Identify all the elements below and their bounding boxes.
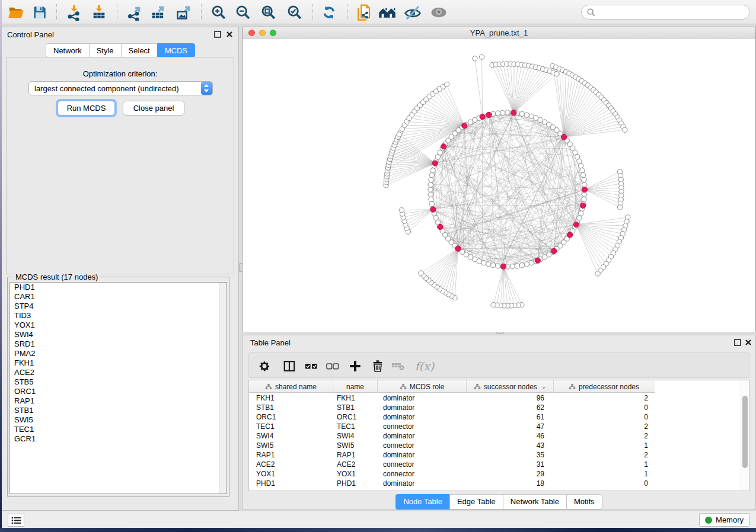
network-canvas-area[interactable] — [243, 39, 755, 332]
search-field[interactable] — [581, 5, 750, 20]
network-node[interactable] — [433, 216, 438, 220]
mcds-result-item[interactable]: STB5 — [10, 377, 227, 387]
select-all-columns-button[interactable] — [304, 358, 319, 374]
network-node[interactable] — [519, 111, 524, 116]
network-node[interactable] — [430, 168, 435, 172]
network-node[interactable] — [510, 264, 515, 269]
delete-column-button[interactable] — [370, 358, 385, 374]
table-row[interactable]: TEC1TEC1connector472 — [249, 422, 655, 431]
float-table-panel-icon[interactable] — [733, 338, 742, 347]
network-node[interactable] — [429, 201, 434, 206]
hide-graphics-button[interactable] — [403, 3, 422, 22]
close-panel-icon[interactable] — [225, 30, 234, 39]
import-network-button[interactable] — [65, 3, 84, 22]
network-node[interactable] — [519, 262, 524, 267]
mcds-hub-node[interactable] — [441, 144, 446, 149]
network-node[interactable] — [524, 113, 529, 117]
network-node[interactable] — [577, 159, 582, 164]
mcds-result-item[interactable]: PHD1 — [10, 283, 227, 292]
network-node[interactable] — [505, 110, 510, 115]
column-header-mcds-role[interactable]: MCDS role — [378, 380, 467, 393]
table-row[interactable]: STB1STB1dominator620 — [249, 403, 655, 412]
network-node[interactable] — [473, 56, 477, 61]
zoom-selected-button[interactable] — [285, 3, 304, 22]
network-node[interactable] — [595, 271, 600, 276]
network-node[interactable] — [428, 182, 433, 187]
mcds-result-item[interactable]: TID3 — [10, 311, 227, 321]
network-node[interactable] — [428, 187, 433, 192]
close-panel-button[interactable]: Close panel — [123, 101, 184, 116]
network-node[interactable] — [444, 82, 449, 86]
network-node[interactable] — [481, 260, 486, 265]
network-node[interactable] — [429, 178, 433, 182]
network-node[interactable] — [500, 110, 505, 115]
mcds-hub-node[interactable] — [567, 232, 573, 238]
network-window-titlebar[interactable]: YPA_prune.txt_1 — [243, 27, 755, 39]
mcds-hub-node[interactable] — [430, 207, 436, 212]
tab-mcds[interactable]: MCDS — [157, 43, 195, 57]
mcds-result-item[interactable]: FKH1 — [10, 358, 227, 368]
network-node[interactable] — [486, 262, 490, 267]
network-node[interactable] — [580, 172, 585, 177]
export-table-button[interactable] — [149, 3, 168, 22]
network-node[interactable] — [623, 127, 627, 132]
table-scrollbar[interactable] — [741, 380, 749, 491]
table-row[interactable]: FKH1FKH1dominator962 — [249, 393, 655, 403]
mcds-hub-node[interactable] — [573, 222, 579, 227]
home-button[interactable] — [378, 3, 397, 22]
mcds-result-item[interactable]: SWI5 — [10, 415, 227, 425]
mcds-hub-node[interactable] — [486, 112, 492, 117]
mcds-hub-node[interactable] — [432, 161, 438, 166]
tab-network-table[interactable]: Network Table — [503, 494, 566, 509]
criterion-dropdown[interactable]: largest connected component (undirected) — [28, 81, 213, 95]
export-image-button[interactable] — [174, 3, 193, 22]
mcds-hub-node[interactable] — [580, 203, 586, 208]
tab-node-table[interactable]: Node Table — [395, 494, 449, 509]
network-node[interactable] — [429, 172, 434, 177]
network-node[interactable] — [582, 182, 587, 187]
mcds-hub-node[interactable] — [480, 114, 485, 119]
mcds-result-item[interactable]: RAP1 — [10, 396, 227, 406]
table-settings-button[interactable] — [257, 358, 272, 374]
network-node[interactable] — [524, 262, 529, 267]
float-panel-icon[interactable] — [213, 30, 222, 39]
mcds-hub-node[interactable] — [462, 123, 467, 129]
export-network-button[interactable] — [125, 3, 144, 22]
network-node[interactable] — [429, 197, 433, 201]
network-node[interactable] — [496, 264, 500, 268]
table-scrollbar-thumb[interactable] — [742, 396, 748, 468]
network-node[interactable] — [554, 72, 559, 76]
mcds-hub-node[interactable] — [535, 258, 540, 263]
zoom-fit-button[interactable] — [259, 3, 278, 22]
network-node[interactable] — [529, 260, 534, 265]
network-node[interactable] — [578, 211, 583, 216]
table-row[interactable]: RAP1RAP1dominator352 — [249, 450, 655, 460]
apply-layout-button[interactable] — [320, 3, 339, 22]
show-column-panel-button[interactable] — [282, 358, 297, 374]
mcds-result-item[interactable]: GCR1 — [10, 434, 227, 444]
mcds-result-item[interactable]: YOX1 — [10, 321, 227, 330]
clone-network-button[interactable] — [354, 3, 373, 22]
function-builder-button[interactable]: f(x) — [413, 358, 436, 374]
mcds-hub-node[interactable] — [511, 110, 516, 116]
tab-edge-table[interactable]: Edge Table — [449, 494, 503, 509]
mcds-result-item[interactable]: ORC1 — [10, 387, 227, 396]
tab-network[interactable]: Network — [46, 43, 89, 57]
mcds-result-item[interactable]: PMA2 — [10, 349, 227, 358]
mcds-result-item[interactable]: TEC1 — [10, 425, 227, 434]
delete-table-button[interactable] — [390, 358, 406, 374]
column-header-name[interactable]: name — [333, 380, 378, 393]
network-node[interactable] — [397, 132, 401, 137]
zoom-in-button[interactable] — [209, 3, 228, 22]
network-node[interactable] — [491, 302, 496, 307]
mcds-hub-node[interactable] — [438, 224, 443, 229]
mcds-result-item[interactable]: CAR1 — [10, 292, 227, 302]
table-row[interactable]: ACE2ACE2connector311 — [249, 460, 655, 469]
network-node[interactable] — [419, 271, 423, 275]
table-row[interactable]: SWI5SWI5connector431 — [249, 441, 655, 450]
mcds-result-item[interactable]: SRD1 — [10, 339, 227, 349]
network-node[interactable] — [428, 192, 433, 197]
table-row[interactable]: SWI4SWI4dominator462 — [249, 431, 655, 441]
mcds-result-item[interactable]: ACE2 — [10, 368, 227, 377]
network-node[interactable] — [617, 205, 622, 210]
